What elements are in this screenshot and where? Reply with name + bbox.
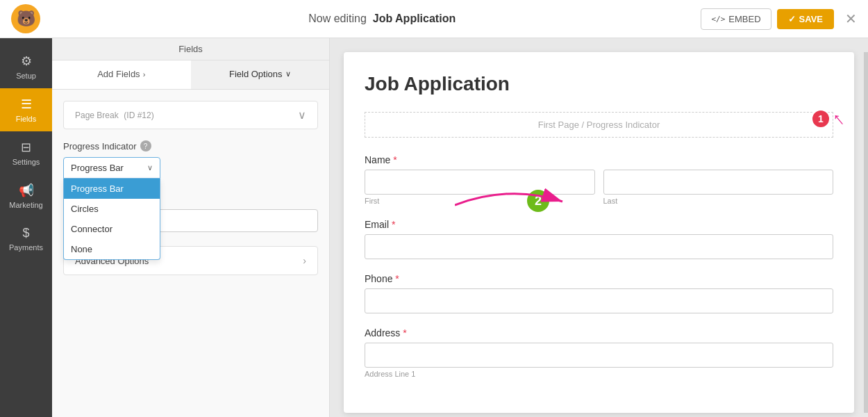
sidebar-item-settings[interactable]: ⊟ Settings [0, 131, 52, 174]
form-name: Job Application [373, 13, 456, 24]
close-button[interactable]: ✕ [845, 10, 857, 27]
progress-indicator-label: Progress Indicator ? [63, 140, 318, 152]
email-field-group: Email * [365, 219, 833, 259]
annotation-1-arrow: ↑ [828, 108, 849, 129]
dropdown-item-circles[interactable]: Circles [64, 199, 160, 219]
sidebar-item-setup[interactable]: ⚙ Setup [0, 45, 52, 88]
phone-input[interactable] [365, 288, 833, 313]
preview-inner: Job Application First Page / Progress In… [344, 52, 854, 413]
preview-wrapper: 2 Job Application First Page [330, 52, 868, 413]
email-input[interactable] [365, 234, 833, 259]
dropdown-item-none[interactable]: None [64, 239, 160, 259]
chevron-right-icon: › [303, 255, 306, 266]
email-label: Email * [365, 219, 833, 230]
top-bar-title: Now editing Job Application [63, 13, 701, 25]
dropdown-item-connector[interactable]: Connector [64, 219, 160, 239]
check-icon: ✓ [788, 14, 796, 24]
address-field-group: Address * Address Line 1 [365, 327, 833, 378]
address-line1-label: Address Line 1 [365, 370, 833, 378]
progress-indicator-preview: First Page / Progress Indicator 1 ↑ [365, 112, 833, 138]
main-layout: ⚙ Setup ☰ Fields ⊟ Settings 📢 Marketing … [0, 38, 868, 417]
logo-area: 🐻 [11, 4, 63, 33]
sidebar: ⚙ Setup ☰ Fields ⊟ Settings 📢 Marketing … [0, 38, 52, 417]
sidebar-item-label-setup: Setup [16, 72, 36, 80]
annotation-1: 1 ↑ [811, 109, 843, 129]
marketing-icon: 📢 [19, 183, 34, 198]
dropdown-trigger[interactable]: Progress Bar ∨ [63, 157, 160, 179]
panel-content: Page Break (ID #12) ∨ Progress Indicator… [52, 90, 329, 417]
address-input[interactable] [365, 343, 833, 368]
tab-add-fields[interactable]: Add Fields › [52, 60, 191, 89]
fields-icon: ☰ [21, 97, 32, 112]
chevron-down-icon: ∨ [298, 108, 306, 122]
fields-panel: Fields Add Fields › Field Options ∨ [52, 38, 330, 417]
resize-handle[interactable] [864, 52, 868, 413]
page-break-label: Page Break (ID #12) [75, 110, 154, 120]
address-label: Address * [365, 327, 833, 338]
name-last-col: Last [603, 170, 834, 205]
progress-indicator-section: Progress Indicator ? Progress Bar ∨ Prog… [63, 140, 318, 179]
sidebar-item-label-payments: Payments [9, 243, 43, 252]
dropdown-item-progress-bar[interactable]: Progress Bar [64, 179, 160, 199]
gear-icon: ⚙ [21, 54, 32, 69]
progress-indicator-help-icon[interactable]: ? [140, 140, 151, 152]
indicator-row: Progress Bar ∨ Progress Bar Circles Conn… [63, 157, 318, 179]
phone-label: Phone * [365, 273, 833, 284]
name-field-group: Name * First Last [365, 154, 833, 205]
dropdown-list: Progress Bar Circles Connector None [63, 179, 160, 260]
top-bar: 🐻 Now editing Job Application </> EMBED … [0, 0, 868, 38]
name-first-col: First [365, 170, 595, 205]
sidebar-item-fields[interactable]: ☰ Fields [0, 88, 52, 131]
sidebar-item-payments[interactable]: $ Payments [0, 218, 52, 260]
sidebar-item-marketing[interactable]: 📢 Marketing [0, 174, 52, 218]
preview-area: 2 Job Application First Page [330, 38, 868, 417]
progress-dropdown: Progress Bar ∨ Progress Bar Circles Conn… [63, 157, 160, 179]
name-label: Name * [365, 154, 833, 165]
name-first-input[interactable] [365, 170, 595, 195]
name-last-label: Last [603, 197, 834, 205]
save-button[interactable]: ✓ SAVE [777, 9, 834, 29]
chevron-down-icon: ∨ [285, 70, 291, 79]
chevron-right-icon: › [143, 70, 146, 79]
name-first-label: First [365, 197, 595, 205]
embed-button[interactable]: </> EMBED [701, 8, 771, 30]
top-bar-actions: </> EMBED ✓ SAVE ✕ [701, 8, 857, 30]
tab-field-options-label: Field Options [229, 69, 283, 79]
annotation-2-circle: 2 [526, 188, 551, 213]
sidebar-item-label-fields: Fields [16, 115, 36, 123]
progress-bar-text: First Page / Progress Indicator [538, 120, 660, 130]
dropdown-selected-label: Progress Bar [71, 163, 124, 173]
name-last-input[interactable] [603, 170, 834, 195]
phone-field-group: Phone * [365, 273, 833, 313]
fields-tabs: Add Fields › Field Options ∨ [52, 60, 329, 90]
payments-icon: $ [22, 226, 29, 240]
fields-tab-bar-label: Fields [52, 38, 329, 60]
settings-icon: ⊟ [21, 140, 31, 155]
form-title: Job Application [365, 73, 833, 95]
sidebar-item-label-marketing: Marketing [9, 201, 42, 209]
logo-bear: 🐻 [11, 4, 40, 33]
sidebar-item-label-settings: Settings [12, 158, 40, 166]
tab-add-fields-label: Add Fields [97, 69, 140, 79]
editing-prefix: Now editing [308, 13, 367, 24]
page-break-header[interactable]: Page Break (ID #12) ∨ [63, 101, 318, 129]
dropdown-arrow-icon: ∨ [147, 163, 153, 172]
name-field-row: First Last [365, 170, 833, 205]
tab-field-options[interactable]: Field Options ∨ [191, 60, 330, 89]
code-icon: </> [711, 15, 725, 24]
